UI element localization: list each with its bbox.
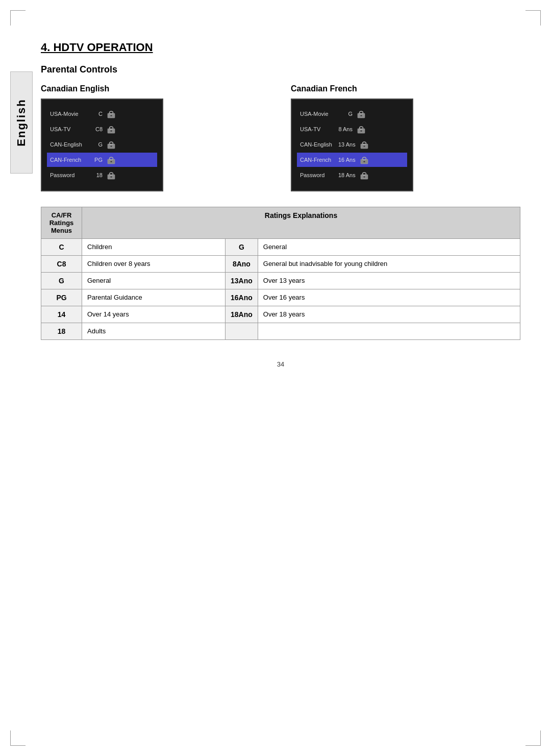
subsection-row: Canadian English USA-Movie C USA-TV C8: [41, 84, 520, 191]
tv-row-label: CAN-French: [50, 157, 88, 163]
tv-row-value: G: [88, 141, 103, 148]
svg-rect-2: [111, 115, 112, 116]
tv-row-password-fr: Password 18 Ans: [297, 168, 407, 182]
tv-row-can-english-en: CAN-English G: [47, 137, 157, 152]
rating-code-left: G: [41, 273, 82, 289]
tv-row-value: 13 Ans: [338, 141, 356, 148]
rating-code-left: 14: [41, 306, 82, 323]
tv-row-label: CAN-English: [300, 141, 338, 148]
svg-rect-20: [361, 130, 362, 132]
tv-row-value: 18 Ans: [338, 172, 356, 178]
svg-rect-26: [363, 161, 365, 162]
lock-icon: [107, 125, 116, 134]
rating-code-right: 8Ano: [225, 256, 258, 273]
tv-row-usa-movie-en: USA-Movie C: [47, 107, 157, 121]
tv-row-label: Password: [50, 172, 88, 178]
svg-rect-5: [111, 130, 112, 132]
canadian-english-section: Canadian English USA-Movie C USA-TV C8: [41, 84, 270, 191]
rating-code-left: C8: [41, 256, 82, 273]
lock-icon: [107, 170, 116, 180]
tv-row-value: 8 Ans: [338, 126, 353, 132]
svg-rect-8: [111, 145, 112, 147]
corner-mark-br: [525, 730, 541, 746]
main-content: 4. HDTV OPERATION Parental Controls Cana…: [41, 41, 520, 368]
lock-icon: [107, 140, 116, 149]
tv-row-password-en: Password 18: [47, 168, 157, 182]
tv-row-value: 16 Ans: [338, 157, 356, 163]
canadian-french-section: Canadian French USA-Movie G USA-TV 8 Ans: [291, 84, 520, 191]
rating-code-right: 13Ano: [225, 273, 258, 289]
rating-code-left: C: [41, 239, 82, 256]
lock-icon: [357, 125, 366, 134]
canadian-english-heading: Canadian English: [41, 84, 270, 93]
sidebar-label: English: [15, 99, 28, 146]
tv-row-value: PG: [88, 157, 103, 163]
chapter-title: 4. HDTV OPERATION: [41, 41, 520, 54]
rating-desc-right: [258, 323, 520, 340]
lock-icon: [107, 155, 116, 164]
table-row: 18 Adults: [41, 323, 520, 340]
lock-icon: [107, 109, 116, 118]
table-row: C8 Children over 8 years 8Ano General bu…: [41, 256, 520, 273]
ratings-header-left: CA/FRRatingsMenus: [41, 207, 82, 239]
tv-row-label: USA-TV: [300, 126, 338, 132]
rating-desc-left: Children over 8 years: [82, 256, 226, 273]
canadian-english-screen: USA-Movie C USA-TV C8: [41, 99, 163, 191]
lock-icon: [360, 140, 369, 149]
tv-row-label: Password: [300, 172, 338, 178]
table-row: 14 Over 14 years 18Ano Over 18 years: [41, 306, 520, 323]
canadian-french-screen: USA-Movie G USA-TV 8 Ans: [291, 99, 413, 191]
rating-code-left: 18: [41, 323, 82, 340]
corner-mark-tl: [10, 10, 26, 26]
section-title: Parental Controls: [41, 64, 520, 75]
page-number: 34: [41, 360, 520, 368]
rating-desc-right: Over 16 years: [258, 289, 520, 306]
tv-row-usa-tv-fr: USA-TV 8 Ans: [297, 122, 407, 136]
rating-code-right: [225, 323, 258, 340]
table-row: PG Parental Guidance 16Ano Over 16 years: [41, 289, 520, 306]
canadian-french-heading: Canadian French: [291, 84, 520, 93]
svg-rect-29: [363, 176, 365, 178]
lock-icon: [360, 155, 369, 164]
rating-desc-right: Over 13 years: [258, 273, 520, 289]
table-row: C Children G General: [41, 239, 520, 256]
tv-row-can-english-fr: CAN-English 13 Ans: [297, 137, 407, 152]
tv-row-usa-tv-en: USA-TV C8: [47, 122, 157, 136]
tv-row-value: G: [338, 111, 353, 117]
rating-desc-left: Children: [82, 239, 226, 256]
table-row: G General 13Ano Over 13 years: [41, 273, 520, 289]
tv-row-usa-movie-fr: USA-Movie G: [297, 107, 407, 121]
tv-row-label: USA-TV: [50, 126, 88, 132]
tv-row-can-french-fr: CAN-French 16 Ans: [297, 153, 407, 167]
tv-row-value: C: [88, 111, 103, 117]
svg-rect-23: [363, 145, 365, 147]
rating-desc-right: Over 18 years: [258, 306, 520, 323]
svg-rect-17: [361, 115, 362, 116]
corner-mark-bl: [10, 730, 26, 746]
lock-icon: [360, 170, 369, 180]
ratings-header-right: Ratings Explanations: [82, 207, 520, 239]
rating-code-right: 16Ano: [225, 289, 258, 306]
corner-mark-tr: [525, 10, 541, 26]
tv-row-label: CAN-English: [50, 141, 88, 148]
rating-desc-left: Parental Guidance: [82, 289, 226, 306]
tv-row-label: USA-Movie: [300, 111, 338, 117]
rating-desc-left: Over 14 years: [82, 306, 226, 323]
lock-icon: [357, 109, 366, 118]
tv-row-can-french-en: CAN-French PG: [47, 153, 157, 167]
svg-rect-11: [111, 161, 112, 162]
svg-rect-14: [111, 176, 112, 178]
rating-desc-right: General but inadvisable for young childr…: [258, 256, 520, 273]
rating-code-left: PG: [41, 289, 82, 306]
tv-row-value: C8: [88, 126, 103, 132]
rating-desc-left: General: [82, 273, 226, 289]
ratings-table: CA/FRRatingsMenus Ratings Explanations C…: [41, 207, 520, 340]
rating-desc-right: General: [258, 239, 520, 256]
language-sidebar: English: [10, 71, 33, 174]
rating-code-right: 18Ano: [225, 306, 258, 323]
tv-row-label: USA-Movie: [50, 111, 88, 117]
rating-desc-left: Adults: [82, 323, 226, 340]
tv-row-label: CAN-French: [300, 157, 338, 163]
tv-row-value: 18: [88, 172, 103, 178]
rating-code-right: G: [225, 239, 258, 256]
